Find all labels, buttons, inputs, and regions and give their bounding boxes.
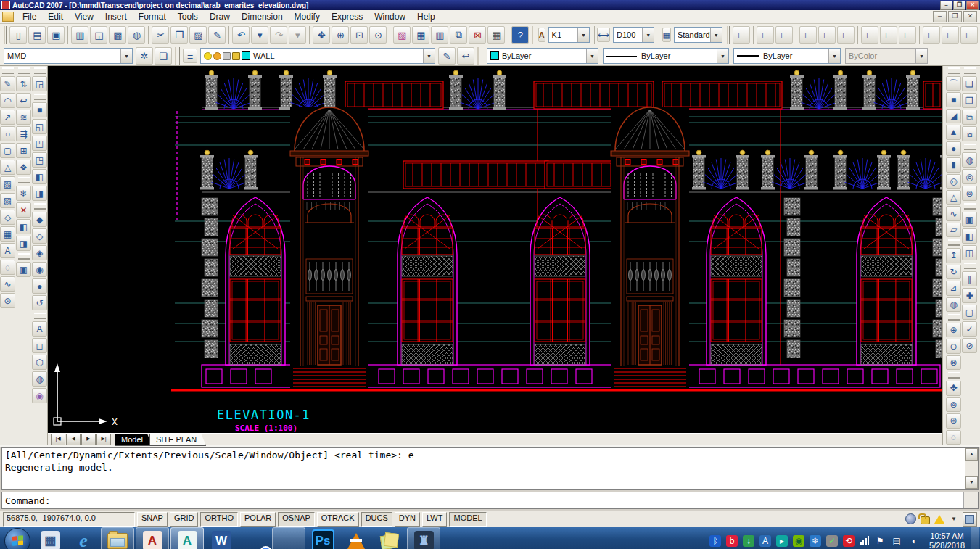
tray-volume[interactable]: ◖ <box>907 535 919 547</box>
start-button[interactable] <box>4 528 30 549</box>
tray-trend-micro[interactable]: ⟲ <box>843 535 855 547</box>
taper-faces-icon[interactable]: ◧ <box>962 228 977 244</box>
tool-poly-icon[interactable]: ▢ <box>0 143 15 158</box>
move-faces-icon[interactable]: ❐ <box>962 93 977 108</box>
menu-tools[interactable]: Tools <box>172 10 204 23</box>
continuous-orbit-icon[interactable]: ◌ <box>946 430 961 445</box>
table-style-combo[interactable]: Standard▼ <box>674 27 722 43</box>
scroll-down-icon[interactable]: ▼ <box>965 476 978 489</box>
toolbar-grip[interactable] <box>727 26 730 44</box>
text-style-icon[interactable]: A <box>538 28 545 42</box>
tool-ellipse-icon[interactable]: ○ <box>0 126 15 141</box>
dim-style-combo[interactable]: D100▼ <box>613 27 654 43</box>
minimize-button[interactable]: – <box>940 1 952 10</box>
menu-view[interactable]: View <box>69 10 99 23</box>
3d-hidden-icon[interactable]: ⬡ <box>32 355 47 370</box>
slice-icon[interactable]: ⊘ <box>962 338 977 353</box>
layer-previous2-icon[interactable]: ↩ <box>16 93 31 108</box>
command-input[interactable]: Command: <box>1 492 979 509</box>
union-icon[interactable]: ⊕ <box>946 323 961 337</box>
tray-idm[interactable]: ↓ <box>743 535 754 547</box>
toolbar-grip[interactable] <box>175 47 180 65</box>
menu-dimension[interactable]: Dimension <box>236 10 289 23</box>
tray-signal[interactable] <box>860 536 869 545</box>
tool-tri-icon[interactable]: △ <box>0 160 15 175</box>
properties-icon[interactable]: ▧ <box>393 26 411 44</box>
status-toggle-lwt[interactable]: LWT <box>422 512 447 527</box>
publish-icon[interactable]: ▩ <box>109 26 126 44</box>
layer-off-icon[interactable]: ✕ <box>16 202 31 218</box>
box-icon[interactable]: ■ <box>946 92 961 107</box>
pyramid-icon[interactable]: △ <box>946 190 961 205</box>
ucs-face-icon[interactable]: ∟ <box>818 26 836 44</box>
dim-style-icon[interactable]: ⟷ <box>597 28 610 42</box>
layer-unlock-icon[interactable]: ◨ <box>16 236 31 251</box>
imprint-icon[interactable]: ◍ <box>962 152 977 168</box>
match-properties-icon[interactable]: ✎ <box>208 26 226 44</box>
color-faces-icon[interactable]: ◎ <box>962 169 977 184</box>
tab-nav-2[interactable]: ▶ <box>81 434 96 445</box>
command-resize-grip[interactable] <box>963 492 978 508</box>
view-front-icon[interactable]: ◧ <box>32 169 47 184</box>
menu-modify[interactable]: Modify <box>289 10 326 23</box>
view-right-icon[interactable]: ◳ <box>32 152 47 168</box>
layer-properties-icon[interactable]: ≣ <box>183 49 197 63</box>
ucs-3point-icon[interactable]: ∟ <box>899 26 916 44</box>
coordinates-readout[interactable]: 56875.0, -1907674.0, 0.0 <box>3 512 135 527</box>
ucs-z-icon[interactable]: ∟ <box>960 26 978 44</box>
plot-style-icon[interactable]: ▣ <box>16 262 31 277</box>
tray-beats[interactable]: b <box>726 535 738 547</box>
drawing-canvas[interactable]: ELEVATION-1SCALE (1:100)X <box>48 66 942 433</box>
layers2-make-current-icon[interactable]: ⇅ <box>16 76 31 91</box>
toolbar-grip[interactable] <box>964 67 976 74</box>
taskbar-autocad[interactable]: A <box>136 527 169 549</box>
torus-icon[interactable]: ◎ <box>946 174 961 189</box>
wedge-icon[interactable]: ◢ <box>946 109 961 123</box>
layer-plot-icon[interactable] <box>223 52 231 60</box>
taskbar-vlc[interactable] <box>340 528 372 549</box>
view-nwiso-icon[interactable]: ◉ <box>32 262 47 277</box>
toolbar-grip[interactable] <box>2 67 14 74</box>
toolbar-grip[interactable] <box>948 67 960 74</box>
save-icon[interactable]: ▣ <box>47 26 65 44</box>
lineweight-combo[interactable]: ByLayer▼ <box>733 48 841 64</box>
view-seiso-icon[interactable]: ◇ <box>32 228 47 244</box>
zoom-realtime-icon[interactable]: ⊕ <box>332 26 349 44</box>
paste-icon[interactable]: ▨ <box>189 26 207 44</box>
pan-icon[interactable]: ✥ <box>313 26 330 44</box>
polysolid-icon[interactable]: ⌒ <box>946 76 961 91</box>
toolpalettes-icon[interactable]: ▥ <box>431 26 448 44</box>
view-back-arrow-icon[interactable]: ↺ <box>32 295 47 310</box>
taskbar-firefox[interactable] <box>272 527 305 549</box>
undo-dropdown-icon[interactable]: ▾ <box>251 26 268 44</box>
menu-help[interactable]: Help <box>411 10 441 23</box>
menu-draw[interactable]: Draw <box>204 10 236 23</box>
tool-region-icon[interactable]: ◇ <box>0 210 15 225</box>
taskbar-sticky-notes[interactable] <box>374 528 405 549</box>
undo-icon[interactable]: ↶ <box>232 26 250 44</box>
taskbar-autocad-lt[interactable]: A <box>170 527 204 549</box>
mdi-minimize-button[interactable]: – <box>933 11 947 22</box>
layer-freeze-sun-icon[interactable] <box>213 52 221 60</box>
status-toggle-polar[interactable]: POLAR <box>240 512 276 527</box>
ucs-previous-icon[interactable]: ∟ <box>775 26 793 44</box>
menu-express[interactable]: Express <box>326 10 368 23</box>
tray-disk-ok[interactable]: ✓ <box>826 535 838 547</box>
tool-spline-icon[interactable]: ∿ <box>0 276 15 292</box>
ucs-icon[interactable]: ∟ <box>733 26 750 44</box>
conceptual-icon[interactable]: ◉ <box>32 388 47 403</box>
view-back-icon[interactable]: ◨ <box>32 186 47 201</box>
toolbar-grip[interactable] <box>477 47 482 65</box>
sweep-icon[interactable]: ⊿ <box>946 281 961 295</box>
3d-orbit-icon[interactable]: ✥ <box>946 381 961 395</box>
camera-icon[interactable]: ● <box>32 278 47 294</box>
ucs-view-icon[interactable]: ∟ <box>837 26 855 44</box>
chevron-down-icon[interactable]: ▼ <box>828 49 840 63</box>
check-icon[interactable]: ✓ <box>962 321 977 337</box>
tray-autodesk[interactable]: A <box>759 535 771 547</box>
workspace-settings-icon[interactable]: ✲ <box>136 47 153 65</box>
tool-hatch-icon[interactable]: ▨ <box>0 176 15 191</box>
taskbar-castle-app[interactable]: ♜ <box>407 527 440 549</box>
close-button[interactable]: ✕ <box>966 1 979 10</box>
offset-faces-icon[interactable]: ⧉ <box>962 110 977 125</box>
